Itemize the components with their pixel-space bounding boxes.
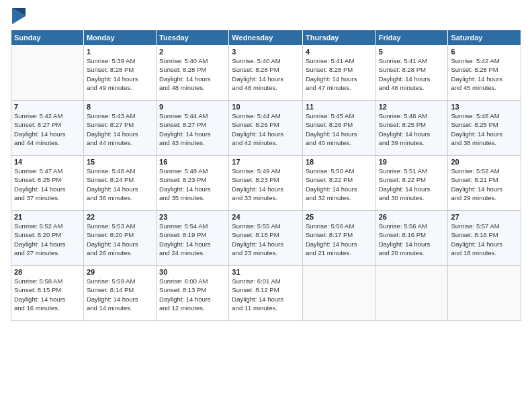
day-number: 18 xyxy=(306,158,373,166)
calendar-cell: 23Sunrise: 5:54 AM Sunset: 8:19 PM Dayli… xyxy=(157,211,229,266)
day-info: Sunrise: 5:44 AM Sunset: 8:26 PM Dayligh… xyxy=(232,111,300,147)
day-number: 2 xyxy=(159,48,226,56)
calendar-cell: 31Sunrise: 6:01 AM Sunset: 8:12 PM Dayli… xyxy=(229,266,303,321)
day-info: Sunrise: 5:58 AM Sunset: 8:15 PM Dayligh… xyxy=(14,277,81,312)
calendar-week-row: 14Sunrise: 5:47 AM Sunset: 8:25 PM Dayli… xyxy=(11,156,521,211)
day-info: Sunrise: 5:41 AM Sunset: 8:28 PM Dayligh… xyxy=(306,56,373,92)
day-info: Sunrise: 5:45 AM Sunset: 8:26 PM Dayligh… xyxy=(306,111,373,147)
calendar-cell: 7Sunrise: 5:42 AM Sunset: 8:27 PM Daylig… xyxy=(11,101,84,156)
day-info: Sunrise: 5:39 AM Sunset: 8:28 PM Dayligh… xyxy=(87,56,153,92)
day-number: 11 xyxy=(306,103,373,111)
calendar-cell: 15Sunrise: 5:48 AM Sunset: 8:24 PM Dayli… xyxy=(83,156,156,211)
day-number: 15 xyxy=(87,158,153,166)
day-number: 25 xyxy=(306,213,373,221)
calendar-cell: 8Sunrise: 5:43 AM Sunset: 8:27 PM Daylig… xyxy=(83,101,156,156)
calendar-cell: 13Sunrise: 5:46 AM Sunset: 8:25 PM Dayli… xyxy=(448,101,521,156)
calendar-cell: 5Sunrise: 5:41 AM Sunset: 8:28 PM Daylig… xyxy=(375,46,448,101)
day-number: 17 xyxy=(232,158,300,166)
day-number: 9 xyxy=(159,103,226,111)
calendar-cell: 11Sunrise: 5:45 AM Sunset: 8:26 PM Dayli… xyxy=(302,101,375,156)
day-number: 29 xyxy=(87,268,153,276)
day-info: Sunrise: 5:40 AM Sunset: 8:28 PM Dayligh… xyxy=(232,56,300,92)
day-info: Sunrise: 5:47 AM Sunset: 8:25 PM Dayligh… xyxy=(14,167,81,202)
day-number: 5 xyxy=(379,48,445,56)
calendar-cell: 25Sunrise: 5:56 AM Sunset: 8:17 PM Dayli… xyxy=(302,211,375,266)
calendar-table: SundayMondayTuesdayWednesdayThursdayFrid… xyxy=(11,30,521,321)
calendar-header-wednesday: Wednesday xyxy=(229,30,303,46)
day-info: Sunrise: 5:53 AM Sunset: 8:20 PM Dayligh… xyxy=(87,222,153,257)
calendar-week-row: 7Sunrise: 5:42 AM Sunset: 8:27 PM Daylig… xyxy=(11,101,521,156)
day-number: 10 xyxy=(232,103,300,111)
calendar-cell: 22Sunrise: 5:53 AM Sunset: 8:20 PM Dayli… xyxy=(83,211,156,266)
calendar-cell: 9Sunrise: 5:44 AM Sunset: 8:27 PM Daylig… xyxy=(157,101,229,156)
calendar-cell: 18Sunrise: 5:50 AM Sunset: 8:22 PM Dayli… xyxy=(302,156,375,211)
calendar-header-thursday: Thursday xyxy=(302,30,375,46)
calendar-cell: 17Sunrise: 5:49 AM Sunset: 8:23 PM Dayli… xyxy=(229,156,303,211)
day-number: 16 xyxy=(159,158,226,166)
day-info: Sunrise: 6:01 AM Sunset: 8:12 PM Dayligh… xyxy=(232,277,300,312)
day-info: Sunrise: 5:56 AM Sunset: 8:16 PM Dayligh… xyxy=(379,222,445,257)
day-info: Sunrise: 5:55 AM Sunset: 8:18 PM Dayligh… xyxy=(232,222,300,257)
calendar-cell: 1Sunrise: 5:39 AM Sunset: 8:28 PM Daylig… xyxy=(83,46,156,101)
day-number: 1 xyxy=(87,48,153,56)
calendar-week-row: 21Sunrise: 5:52 AM Sunset: 8:20 PM Dayli… xyxy=(11,211,521,266)
calendar-header-tuesday: Tuesday xyxy=(157,30,229,46)
day-info: Sunrise: 5:50 AM Sunset: 8:22 PM Dayligh… xyxy=(306,167,373,202)
calendar-cell xyxy=(11,46,84,101)
day-info: Sunrise: 5:43 AM Sunset: 8:27 PM Dayligh… xyxy=(87,111,153,147)
day-number: 24 xyxy=(232,213,300,221)
calendar-cell: 2Sunrise: 5:40 AM Sunset: 8:28 PM Daylig… xyxy=(157,46,229,101)
day-info: Sunrise: 5:54 AM Sunset: 8:19 PM Dayligh… xyxy=(159,222,226,257)
day-info: Sunrise: 5:46 AM Sunset: 8:25 PM Dayligh… xyxy=(379,111,445,147)
calendar-cell: 21Sunrise: 5:52 AM Sunset: 8:20 PM Dayli… xyxy=(11,211,84,266)
day-number: 21 xyxy=(14,213,81,221)
page-header xyxy=(11,8,521,24)
day-number: 19 xyxy=(379,158,445,166)
day-number: 14 xyxy=(14,158,81,166)
day-number: 28 xyxy=(14,268,81,276)
calendar-week-row: 28Sunrise: 5:58 AM Sunset: 8:15 PM Dayli… xyxy=(11,266,521,321)
day-info: Sunrise: 5:52 AM Sunset: 8:20 PM Dayligh… xyxy=(14,222,81,257)
calendar-header-saturday: Saturday xyxy=(448,30,521,46)
calendar-cell xyxy=(375,266,448,321)
logo-icon xyxy=(12,8,26,24)
calendar-cell: 27Sunrise: 5:57 AM Sunset: 8:16 PM Dayli… xyxy=(448,211,521,266)
calendar-header-friday: Friday xyxy=(375,30,448,46)
day-info: Sunrise: 5:56 AM Sunset: 8:17 PM Dayligh… xyxy=(306,222,373,257)
calendar-header-sunday: Sunday xyxy=(11,30,84,46)
day-number: 31 xyxy=(232,268,300,276)
calendar-cell: 26Sunrise: 5:56 AM Sunset: 8:16 PM Dayli… xyxy=(375,211,448,266)
calendar-cell: 20Sunrise: 5:52 AM Sunset: 8:21 PM Dayli… xyxy=(448,156,521,211)
calendar-cell: 19Sunrise: 5:51 AM Sunset: 8:22 PM Dayli… xyxy=(375,156,448,211)
day-number: 13 xyxy=(451,103,518,111)
calendar-cell: 24Sunrise: 5:55 AM Sunset: 8:18 PM Dayli… xyxy=(229,211,303,266)
day-number: 27 xyxy=(451,213,518,221)
day-info: Sunrise: 5:42 AM Sunset: 8:28 PM Dayligh… xyxy=(451,56,518,92)
calendar-cell: 6Sunrise: 5:42 AM Sunset: 8:28 PM Daylig… xyxy=(448,46,521,101)
day-info: Sunrise: 5:44 AM Sunset: 8:27 PM Dayligh… xyxy=(159,111,226,147)
day-info: Sunrise: 5:51 AM Sunset: 8:22 PM Dayligh… xyxy=(379,167,445,202)
calendar-cell: 29Sunrise: 5:59 AM Sunset: 8:14 PM Dayli… xyxy=(83,266,156,321)
day-info: Sunrise: 5:57 AM Sunset: 8:16 PM Dayligh… xyxy=(451,222,518,257)
calendar-cell xyxy=(448,266,521,321)
day-info: Sunrise: 5:48 AM Sunset: 8:23 PM Dayligh… xyxy=(159,167,226,202)
day-info: Sunrise: 5:49 AM Sunset: 8:23 PM Dayligh… xyxy=(232,167,300,202)
calendar-header-monday: Monday xyxy=(83,30,156,46)
calendar-cell: 10Sunrise: 5:44 AM Sunset: 8:26 PM Dayli… xyxy=(229,101,303,156)
calendar-header-row: SundayMondayTuesdayWednesdayThursdayFrid… xyxy=(11,30,521,46)
day-number: 20 xyxy=(451,158,518,166)
day-info: Sunrise: 5:42 AM Sunset: 8:27 PM Dayligh… xyxy=(14,111,81,147)
day-info: Sunrise: 5:48 AM Sunset: 8:24 PM Dayligh… xyxy=(87,167,153,202)
calendar-week-row: 1Sunrise: 5:39 AM Sunset: 8:28 PM Daylig… xyxy=(11,46,521,101)
day-number: 6 xyxy=(451,48,518,56)
day-number: 26 xyxy=(379,213,445,221)
day-number: 7 xyxy=(14,103,81,111)
day-info: Sunrise: 5:46 AM Sunset: 8:25 PM Dayligh… xyxy=(451,111,518,147)
calendar-cell: 16Sunrise: 5:48 AM Sunset: 8:23 PM Dayli… xyxy=(157,156,229,211)
calendar-cell: 3Sunrise: 5:40 AM Sunset: 8:28 PM Daylig… xyxy=(229,46,303,101)
day-number: 22 xyxy=(87,213,153,221)
calendar-cell: 14Sunrise: 5:47 AM Sunset: 8:25 PM Dayli… xyxy=(11,156,84,211)
calendar-cell xyxy=(302,266,375,321)
day-number: 23 xyxy=(159,213,226,221)
day-info: Sunrise: 6:00 AM Sunset: 8:13 PM Dayligh… xyxy=(159,277,226,312)
